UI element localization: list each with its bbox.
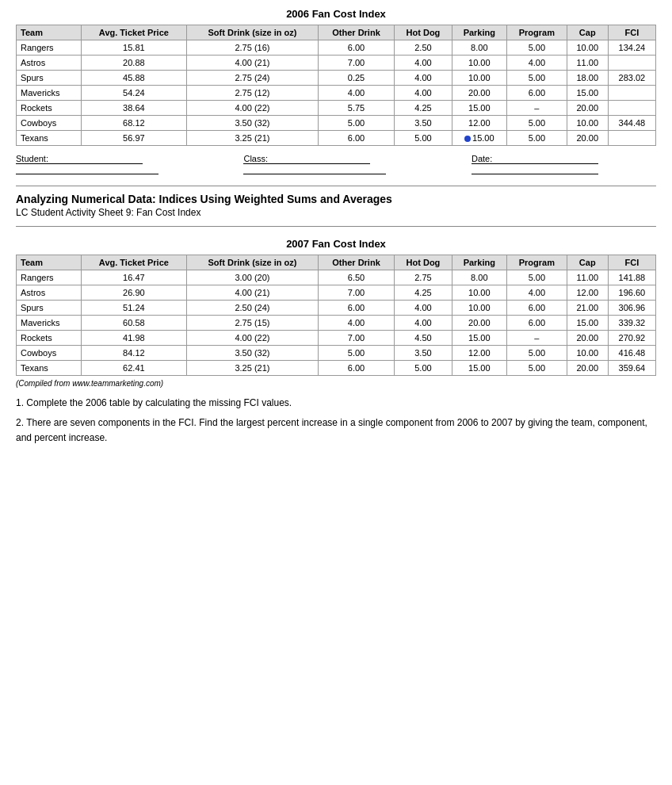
top-row-5-col-3: 5.00 — [318, 116, 394, 131]
bot-row-0-col-8: 141.88 — [608, 270, 655, 285]
top-row-3-col-2: 2.75 (12) — [187, 86, 319, 101]
top-header-team: Team — [17, 25, 82, 40]
bot-row-0-col-2: 3.00 (20) — [187, 270, 319, 285]
bot-header-softdrink: Soft Drink (size in oz) — [187, 255, 319, 270]
top-row-6-col-6: 5.00 — [506, 131, 567, 146]
top-row-2-col-8: 283.02 — [608, 71, 655, 86]
bot-row-2-col-0: Spurs — [17, 301, 82, 316]
bot-row-6-col-4: 5.00 — [395, 361, 452, 376]
bot-row-6-col-6: 5.00 — [506, 361, 567, 376]
student-label: Student: — [16, 154, 143, 164]
question1: 1. Complete the 2006 table by calculatin… — [16, 396, 656, 411]
bot-row-4-col-4: 4.50 — [395, 331, 452, 346]
bot-row-1-col-7: 12.00 — [567, 285, 608, 301]
bot-row-0-col-1: 16.47 — [81, 270, 187, 285]
top-row-4-col-7: 20.00 — [567, 101, 608, 116]
sub-heading: LC Student Activity Sheet 9: Fan Cost In… — [16, 207, 656, 218]
bot-row-2-col-6: 6.00 — [506, 301, 567, 316]
top-row-3-col-3: 4.00 — [318, 86, 394, 101]
divider — [16, 186, 656, 186]
bot-row-4-col-3: 7.00 — [318, 331, 394, 346]
bot-row-1-col-8: 196.60 — [608, 285, 655, 301]
top-row-6-col-1: 56.97 — [81, 131, 187, 146]
top-row-5-col-5: 12.00 — [452, 116, 506, 131]
bot-row-1-col-1: 26.90 — [81, 285, 187, 301]
top-header-program: Program — [506, 25, 567, 40]
bot-row-6-col-8: 359.64 — [608, 361, 655, 376]
top-row-2-col-3: 0.25 — [318, 71, 394, 86]
bot-row-4-col-2: 4.00 (22) — [187, 331, 319, 346]
top-row-4-col-4: 4.25 — [395, 101, 452, 116]
bot-row-6-col-3: 6.00 — [318, 361, 394, 376]
bot-header-ticket: Avg. Ticket Price — [81, 255, 187, 270]
bot-row-3-col-5: 20.00 — [452, 316, 506, 331]
top-row-5-col-1: 68.12 — [81, 116, 187, 131]
bottom-table-title: 2007 Fan Cost Index — [16, 238, 656, 250]
top-row-0-col-5: 8.00 — [452, 40, 506, 56]
top-row-4-col-0: Rockets — [17, 101, 82, 116]
top-row-2-col-7: 18.00 — [567, 71, 608, 86]
top-row-6-col-3: 6.00 — [318, 131, 394, 146]
bot-row-5-col-5: 12.00 — [452, 346, 506, 361]
top-row-3-col-8 — [608, 86, 655, 101]
bot-row-4-col-7: 20.00 — [567, 331, 608, 346]
bot-row-3-col-1: 60.58 — [81, 316, 187, 331]
top-row-4-col-1: 38.64 — [81, 101, 187, 116]
top-row-3-col-0: Mavericks — [17, 86, 82, 101]
top-row-1-col-7: 11.00 — [567, 56, 608, 71]
bot-row-3-col-3: 4.00 — [318, 316, 394, 331]
bot-row-5-col-4: 3.50 — [395, 346, 452, 361]
top-row-6-col-2: 3.25 (21) — [187, 131, 319, 146]
top-row-1-col-4: 4.00 — [395, 56, 452, 71]
top-header-otherdrnk: Other Drink — [318, 25, 394, 40]
bot-row-3-col-2: 2.75 (15) — [187, 316, 319, 331]
top-row-3-col-6: 6.00 — [506, 86, 567, 101]
bot-row-4-col-6: – — [506, 331, 567, 346]
bot-row-2-col-7: 21.00 — [567, 301, 608, 316]
top-row-4-col-3: 5.75 — [318, 101, 394, 116]
bot-row-1-col-6: 4.00 — [506, 285, 567, 301]
bot-row-0-col-5: 8.00 — [452, 270, 506, 285]
bot-row-2-col-3: 6.00 — [318, 301, 394, 316]
date-value — [472, 164, 598, 174]
top-row-1-col-1: 20.88 — [81, 56, 187, 71]
footnote: (Compiled from www.teammarketing.com) — [16, 379, 656, 388]
top-header-softdrink: Soft Drink (size in oz) — [187, 25, 319, 40]
top-row-0-col-8: 134.24 — [608, 40, 655, 56]
question2: 2. There are seven components in the FCI… — [16, 415, 656, 446]
bot-row-5-col-1: 84.12 — [81, 346, 187, 361]
top-row-6-col-5: 15.00 — [452, 131, 506, 146]
bot-row-0-col-3: 6.50 — [318, 270, 394, 285]
bot-row-5-col-3: 5.00 — [318, 346, 394, 361]
top-row-4-col-5: 15.00 — [452, 101, 506, 116]
top-row-0-col-7: 10.00 — [567, 40, 608, 56]
bot-row-1-col-3: 7.00 — [318, 285, 394, 301]
bot-row-5-col-2: 3.50 (32) — [187, 346, 319, 361]
top-row-5-col-6: 5.00 — [506, 116, 567, 131]
bot-row-3-col-7: 15.00 — [567, 316, 608, 331]
top-row-2-col-6: 5.00 — [506, 71, 567, 86]
top-row-5-col-2: 3.50 (32) — [187, 116, 319, 131]
top-row-2-col-1: 45.88 — [81, 71, 187, 86]
top-row-6-col-4: 5.00 — [395, 131, 452, 146]
bot-row-3-col-6: 6.00 — [506, 316, 567, 331]
bot-row-2-col-1: 51.24 — [81, 301, 187, 316]
student-line: Student: Class: Date: — [16, 154, 656, 174]
top-row-1-col-5: 10.00 — [452, 56, 506, 71]
top-row-5-col-4: 3.50 — [395, 116, 452, 131]
top-row-0-col-1: 15.81 — [81, 40, 187, 56]
top-row-1-col-8 — [608, 56, 655, 71]
bot-row-3-col-8: 339.32 — [608, 316, 655, 331]
class-value — [243, 164, 386, 174]
bot-row-4-col-8: 270.92 — [608, 331, 655, 346]
bot-header-parking: Parking — [452, 255, 506, 270]
student-value — [16, 164, 158, 174]
top-row-0-col-0: Rangers — [17, 40, 82, 56]
bot-header-cap: Cap — [567, 255, 608, 270]
bot-row-2-col-8: 306.96 — [608, 301, 655, 316]
top-row-4-col-2: 4.00 (22) — [187, 101, 319, 116]
top-row-0-col-4: 2.50 — [395, 40, 452, 56]
bottom-table: Team Avg. Ticket Price Soft Drink (size … — [16, 255, 656, 376]
bot-header-hotdog: Hot Dog — [395, 255, 452, 270]
top-row-6-col-0: Texans — [17, 131, 82, 146]
